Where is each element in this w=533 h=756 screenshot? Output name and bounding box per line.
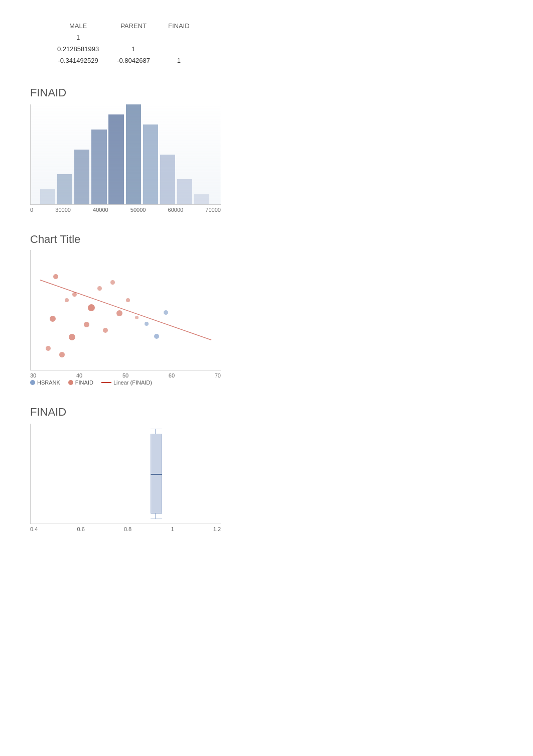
col-parent: PARENT — [108, 20, 159, 32]
axis-label: 30 — [30, 372, 36, 379]
row-label-finaid — [30, 55, 48, 66]
axis-label: 70 — [215, 372, 221, 379]
cell-finaid-male: -0.341492529 — [48, 55, 108, 66]
chart1-container: 0 30000 40000 50000 60000 70000 — [30, 104, 503, 213]
axis-label: 60 — [169, 372, 175, 379]
table-row: 1 — [30, 32, 199, 43]
legend-label-linear: Linear (FINAID) — [113, 380, 152, 386]
row-label-parent — [30, 43, 48, 55]
axis-label: 0 — [30, 207, 33, 213]
axis-label: 0.8 — [124, 526, 131, 532]
chart1-bar-chart — [30, 104, 221, 205]
cell-male-parent — [108, 32, 159, 43]
cell-parent-finaid — [159, 43, 199, 55]
legend-dot-hsrank — [30, 380, 35, 385]
col-finaid: FINAID — [159, 20, 199, 32]
chart2-x-axis: 30 40 50 60 70 — [30, 372, 221, 379]
axis-label: 40000 — [93, 207, 108, 213]
trend-line — [31, 250, 221, 370]
axis-label: 1 — [171, 526, 174, 532]
chart2-legend: HSRANK FINAID Linear (FINAID) — [30, 380, 503, 386]
axis-label: 50 — [122, 372, 128, 379]
legend-line-linear — [101, 382, 111, 383]
col-male: MALE — [48, 20, 108, 32]
axis-label: 30000 — [55, 207, 71, 213]
axis-label: 1.2 — [213, 526, 221, 532]
axis-label: 60000 — [168, 207, 184, 213]
chart3-section: FINAID 0.4 0.6 0.8 1 1.2 — [30, 406, 503, 532]
cell-parent-parent: 1 — [108, 43, 159, 55]
cell-male-male: 1 — [48, 32, 108, 43]
table-row: 0.2128581993 1 — [30, 43, 199, 55]
chart2-scatter — [30, 250, 221, 370]
chart2-container: 30 40 50 60 70 HSRANK FINAID Linear (FIN… — [30, 250, 503, 386]
axis-label: 70000 — [205, 207, 221, 213]
svg-line-0 — [40, 280, 211, 340]
col-empty — [30, 20, 48, 32]
table-row: -0.341492529 -0.8042687 1 — [30, 55, 199, 66]
chart1-x-axis: 0 30000 40000 50000 60000 70000 — [30, 207, 221, 213]
axis-label: 40 — [76, 372, 82, 379]
chart3-box — [30, 424, 221, 524]
chart2-title: Chart Title — [30, 233, 503, 246]
legend-label-finaid: FINAID — [75, 380, 93, 386]
axis-label: 0.6 — [77, 526, 84, 532]
chart3-title: FINAID — [30, 406, 503, 419]
axis-label: 0.4 — [30, 526, 38, 532]
legend-item-finaid: FINAID — [68, 380, 93, 386]
row-label-male — [30, 32, 48, 43]
cell-male-finaid — [159, 32, 199, 43]
correlation-matrix-section: MALE PARENT FINAID 1 0.2128581993 1 -0.3… — [30, 20, 503, 66]
chart1-section: FINAID 0 30000 40000 50000 60000 70000 — [30, 86, 503, 213]
correlation-table: MALE PARENT FINAID 1 0.2128581993 1 -0.3… — [30, 20, 199, 66]
legend-item-linear: Linear (FINAID) — [101, 380, 152, 386]
legend-label-hsrank: HSRANK — [37, 380, 60, 386]
chart3-x-axis: 0.4 0.6 0.8 1 1.2 — [30, 526, 221, 532]
cell-parent-male: 0.2128581993 — [48, 43, 108, 55]
chart2-section: Chart Title — [30, 233, 503, 386]
legend-item-hsrank: HSRANK — [30, 380, 60, 386]
cell-finaid-parent: -0.8042687 — [108, 55, 159, 66]
legend-dot-finaid — [68, 380, 73, 385]
cell-finaid-finaid: 1 — [159, 55, 199, 66]
chart3-container: 0.4 0.6 0.8 1 1.2 — [30, 424, 503, 532]
axis-label: 50000 — [130, 207, 146, 213]
chart1-title: FINAID — [30, 86, 503, 99]
